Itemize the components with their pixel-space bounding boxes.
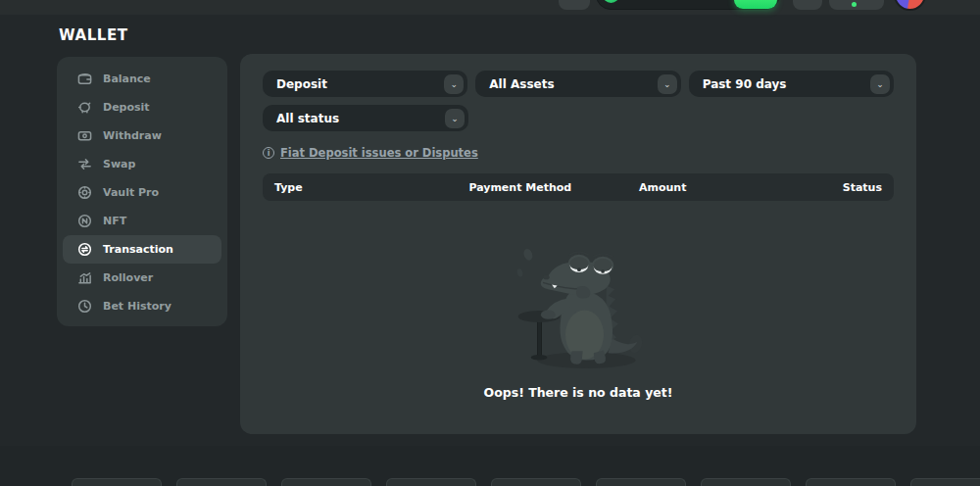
chevron-down-icon[interactable]: ⌄ bbox=[658, 74, 677, 94]
column-header-amount: Amount bbox=[639, 181, 791, 194]
footer-payment-tile[interactable] bbox=[910, 478, 980, 486]
user-avatar[interactable] bbox=[894, 0, 926, 11]
status-select[interactable]: All status ⌄ bbox=[263, 105, 468, 131]
footer bbox=[0, 446, 980, 486]
wallet-sidebar: Balance Deposit Withdraw Swap Vault Pro bbox=[57, 57, 227, 326]
nft-coin-icon bbox=[77, 214, 92, 228]
select-value: Past 90 days bbox=[703, 77, 787, 91]
sidebar-item-label: Balance bbox=[103, 73, 151, 85]
fiat-dispute-help-row: i Fiat Deposit issues or Disputes bbox=[263, 146, 894, 160]
chevron-down-icon[interactable]: ⌄ bbox=[445, 109, 465, 128]
footer-payment-tile[interactable] bbox=[281, 478, 371, 486]
sidebar-item-label: Withdraw bbox=[103, 129, 162, 142]
footer-payment-tile[interactable] bbox=[386, 478, 476, 486]
deposit-button[interactable] bbox=[734, 0, 777, 9]
footer-payment-tile[interactable] bbox=[72, 478, 162, 486]
sidebar-item-label: Deposit bbox=[103, 101, 150, 114]
column-header-status: Status bbox=[791, 181, 882, 194]
sidebar-item-withdraw[interactable]: Withdraw bbox=[63, 122, 221, 150]
footer-tiles bbox=[72, 478, 980, 486]
coin-swap-icon bbox=[77, 242, 92, 257]
page-title: WALLET bbox=[59, 26, 128, 44]
clock-icon bbox=[77, 299, 92, 314]
sidebar-item-label: NFT bbox=[103, 215, 126, 227]
footer-payment-tile[interactable] bbox=[176, 478, 267, 486]
wallet-page: WALLET Balance Deposit Withdraw Swap bbox=[0, 0, 980, 486]
asset-select[interactable]: All Assets ⌄ bbox=[475, 71, 680, 97]
sidebar-item-vault-pro[interactable]: Vault Pro bbox=[63, 178, 221, 207]
date-range-select[interactable]: Past 90 days ⌄ bbox=[689, 71, 894, 97]
swap-arrows-icon bbox=[77, 157, 92, 171]
transaction-type-select[interactable]: Deposit ⌄ bbox=[263, 71, 467, 97]
empty-state-message: Oops! There is no data yet! bbox=[484, 385, 673, 400]
transaction-panel: Deposit ⌄ All Assets ⌄ Past 90 days ⌄ Al… bbox=[240, 54, 916, 434]
sidebar-item-bet-history[interactable]: Bet History bbox=[63, 292, 221, 320]
sidebar-item-label: Swap bbox=[103, 158, 135, 170]
chevron-down-icon[interactable]: ⌄ bbox=[444, 74, 464, 94]
fiat-dispute-link[interactable]: Fiat Deposit issues or Disputes bbox=[280, 146, 478, 160]
filter-row-2: All status ⌄ bbox=[263, 105, 894, 131]
sidebar-item-nft[interactable]: NFT bbox=[63, 207, 221, 235]
sidebar-item-label: Transaction bbox=[103, 243, 173, 256]
sidebar-item-deposit[interactable]: Deposit bbox=[63, 93, 221, 122]
sidebar-item-label: Vault Pro bbox=[103, 186, 159, 199]
table-header-row: Type Payment Method Amount Status bbox=[263, 173, 894, 201]
vault-icon bbox=[77, 185, 92, 200]
sidebar-item-rollover[interactable]: Rollover bbox=[63, 264, 221, 292]
sleepy-crocodile-illustration bbox=[501, 234, 656, 373]
empty-state: Oops! There is no data yet! bbox=[263, 234, 894, 400]
footer-payment-tile[interactable] bbox=[806, 478, 896, 486]
sidebar-item-balance[interactable]: Balance bbox=[63, 65, 221, 93]
footer-payment-tile[interactable] bbox=[596, 478, 686, 486]
sidebar-item-transaction[interactable]: Transaction bbox=[63, 235, 221, 264]
select-value: All Assets bbox=[489, 77, 554, 91]
cash-icon bbox=[77, 128, 92, 143]
select-value: Deposit bbox=[276, 77, 327, 91]
topbar bbox=[0, 0, 980, 15]
footer-payment-tile[interactable] bbox=[701, 478, 791, 486]
grid-icon-button[interactable] bbox=[793, 0, 822, 10]
chart-icon bbox=[77, 270, 92, 285]
sidebar-item-label: Rollover bbox=[103, 271, 153, 284]
chevron-down-icon[interactable]: ⌄ bbox=[870, 74, 890, 94]
column-header-payment-method: Payment Method bbox=[468, 181, 639, 194]
topbar-button-left[interactable] bbox=[559, 0, 590, 10]
notification-dot bbox=[852, 2, 857, 7]
piggy-bank-icon bbox=[77, 100, 92, 115]
footer-payment-tile[interactable] bbox=[491, 478, 581, 486]
select-value: All status bbox=[276, 112, 339, 125]
info-circle-icon: i bbox=[263, 147, 274, 159]
sidebar-item-label: Bet History bbox=[103, 300, 172, 313]
column-header-type: Type bbox=[274, 181, 468, 194]
chat-button[interactable] bbox=[829, 0, 884, 10]
sidebar-item-swap[interactable]: Swap bbox=[63, 150, 221, 178]
filter-row-1: Deposit ⌄ All Assets ⌄ Past 90 days ⌄ bbox=[263, 71, 894, 97]
wallet-icon bbox=[77, 72, 92, 86]
